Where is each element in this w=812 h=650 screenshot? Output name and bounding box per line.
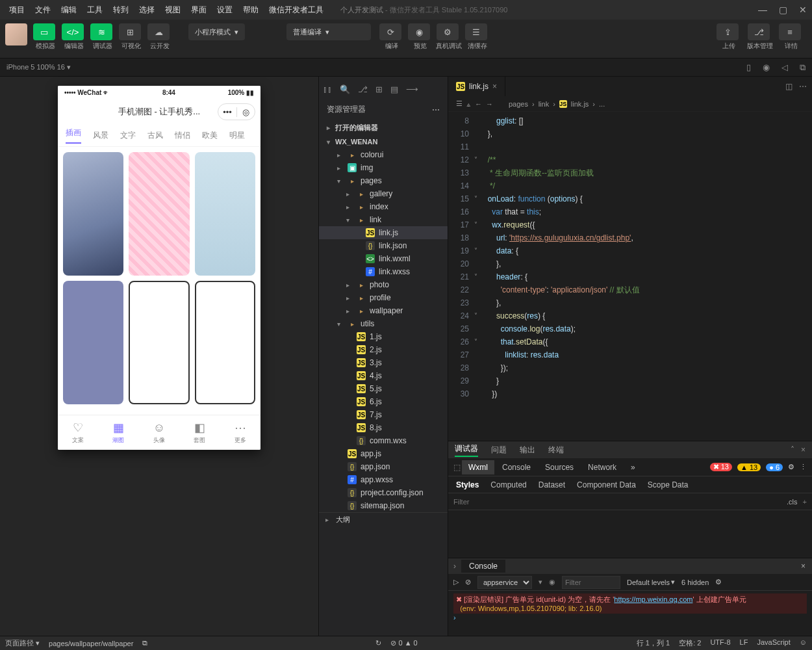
menu-item[interactable]: 转到 (109, 2, 133, 18)
log-level-select[interactable]: Default levels ▾ (627, 578, 675, 586)
close-icon[interactable]: × (801, 445, 806, 454)
menu-item[interactable]: 工具 (83, 2, 107, 18)
error-badge[interactable]: ✖ 13 (710, 463, 732, 471)
wallpaper-card[interactable] (63, 152, 123, 276)
menu-item[interactable]: 编辑 (57, 2, 81, 18)
menu-item[interactable]: 视图 (161, 2, 184, 18)
menu-item[interactable]: 微信开发者工具 (265, 2, 327, 18)
real-device-button[interactable]: ⚙ (437, 23, 459, 40)
context-select[interactable]: appservice (477, 576, 532, 589)
tabbar-item[interactable]: ♡文案 (72, 421, 84, 445)
tree-file[interactable]: JS3.js (319, 356, 448, 369)
tree-file[interactable]: {}comm.wxs (319, 434, 448, 447)
eye-icon[interactable]: ◉ (549, 578, 555, 586)
tree-file[interactable]: #link.wxss (319, 265, 448, 278)
componentdata-subtab[interactable]: Component Data (577, 480, 636, 489)
feedback-icon[interactable]: ☺ (800, 638, 807, 648)
wallpaper-card[interactable] (129, 152, 189, 276)
tree-file[interactable]: JS2.js (319, 343, 448, 356)
back-icon[interactable]: ← (475, 100, 482, 108)
add-style-icon[interactable]: + (803, 498, 807, 506)
category-tab[interactable]: 文字 (120, 130, 136, 141)
category-tab[interactable]: 古风 (147, 130, 163, 141)
tree-folder[interactable]: ▸▸profile (319, 291, 448, 304)
network-tab[interactable]: Network (581, 460, 623, 474)
branch-icon[interactable]: ⎇ (358, 84, 368, 94)
extensions-icon[interactable]: ⊞ (375, 84, 383, 94)
gear-icon[interactable]: ⚙ (715, 578, 722, 586)
device-select[interactable]: iPhone 5 100% 16 ▾ (6, 63, 71, 72)
output-tab[interactable]: 输出 (520, 445, 535, 456)
inspect-icon[interactable]: ⬚ (453, 463, 461, 472)
warn-badge[interactable]: ▲ 13 (737, 463, 761, 471)
tree-folder[interactable]: ▾▸utils (319, 317, 448, 330)
compile-mode-select[interactable]: 普通编译▾ (286, 23, 371, 40)
status-sync-icon[interactable]: ↻ (375, 639, 381, 647)
console-prompt[interactable]: › (453, 614, 807, 621)
mode-select[interactable]: 小程序模式▾ (188, 23, 245, 40)
split-icon[interactable]: ◫ (785, 82, 793, 91)
tree-file[interactable]: JS5.js (319, 382, 448, 395)
tree-file[interactable]: <>link.wxml (319, 252, 448, 265)
more-icon[interactable]: ⟶ (406, 84, 418, 94)
tree-folder[interactable]: ▾▸pages (319, 174, 448, 187)
close-tab-icon[interactable]: × (492, 82, 497, 91)
maximize-icon[interactable]: ▢ (779, 5, 787, 15)
wxml-tab[interactable]: Wxml (462, 460, 494, 474)
language-mode[interactable]: JavaScript (757, 638, 790, 648)
forward-icon[interactable]: → (486, 100, 493, 108)
status-problems[interactable]: ⊘ 0 ▲ 0 (390, 639, 417, 647)
category-tab[interactable]: 情侣 (175, 130, 190, 141)
eol[interactable]: LF (740, 638, 748, 648)
tree-file[interactable]: {}app.json (319, 460, 448, 473)
list-icon[interactable]: ☰ (456, 99, 463, 108)
preview-button[interactable]: ◉ (408, 23, 430, 40)
code-editor[interactable]: 8101112131415161718192021222324252627282… (448, 112, 812, 441)
hidden-count[interactable]: 6 hidden (681, 578, 709, 586)
tree-file[interactable]: JS8.js (319, 421, 448, 434)
project-section[interactable]: ▾ WX_WENAN (319, 135, 448, 148)
menu-item[interactable]: 项目 (5, 2, 29, 18)
wallpaper-card[interactable] (195, 281, 255, 404)
console-filter-input[interactable] (562, 576, 620, 589)
console-drawer-tab[interactable]: Console (461, 560, 505, 573)
open-editors-section[interactable]: ▸ 打开的编辑器 (319, 120, 448, 135)
wallpaper-card[interactable] (195, 152, 255, 276)
more-icon[interactable]: ⋯ (799, 82, 807, 91)
copy-path-icon[interactable]: ⧉ (142, 639, 147, 647)
dataset-subtab[interactable]: Dataset (539, 480, 565, 489)
tree-folder[interactable]: ▸▸index (319, 200, 448, 213)
styles-subtab[interactable]: Styles (456, 480, 479, 489)
tree-file[interactable]: {}project.config.json (319, 486, 448, 499)
clear-cache-button[interactable]: ☰ (465, 23, 487, 40)
tree-file[interactable]: {}link.json (319, 239, 448, 252)
menu-item[interactable]: 选择 (135, 2, 159, 18)
debugger-tab[interactable]: 调试器 (455, 443, 478, 457)
tree-folder[interactable]: ▸▸photo (319, 278, 448, 291)
tree-file[interactable]: JSapp.js (319, 447, 448, 460)
editor-tab[interactable]: JS link.js × (448, 77, 505, 96)
category-tab[interactable]: 欧美 (202, 130, 218, 141)
tree-file[interactable]: #app.wxss (319, 473, 448, 486)
encoding[interactable]: UTF-8 (710, 638, 730, 648)
avatar[interactable] (5, 23, 27, 46)
cloud-button[interactable]: ☁ (147, 23, 170, 40)
tree-folder[interactable]: ▸▸colorui (319, 148, 448, 161)
tree-file[interactable]: JS7.js (319, 408, 448, 421)
category-tab[interactable]: 明星 (229, 130, 245, 141)
outline-icon[interactable]: ▤ (390, 84, 398, 94)
cls-toggle[interactable]: .cls (787, 498, 798, 506)
copy-icon[interactable]: ⧉ (800, 62, 806, 73)
minimize-icon[interactable]: — (758, 5, 767, 15)
menu-item[interactable]: 帮助 (239, 2, 262, 18)
category-tab[interactable]: 插画 (66, 127, 81, 144)
problems-tab[interactable]: 问题 (491, 445, 507, 456)
explorer-icon[interactable]: ⫿⫿ (323, 84, 332, 94)
debugger-button[interactable]: ≋ (90, 23, 112, 40)
tabbar-item[interactable]: ◧套图 (194, 421, 205, 445)
mute-icon[interactable]: ◁ (781, 62, 788, 73)
simulator-button[interactable]: ▭ (33, 23, 55, 40)
device-icon[interactable]: ▯ (746, 62, 751, 73)
styles-filter-input[interactable] (453, 498, 787, 506)
wallpaper-card[interactable] (129, 281, 189, 404)
